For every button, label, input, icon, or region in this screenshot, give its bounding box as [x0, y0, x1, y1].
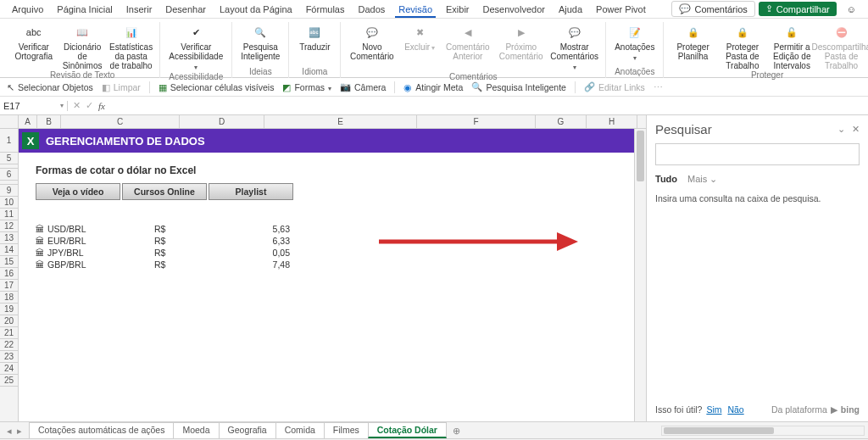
menu-pagina-inicial[interactable]: Página Inicial: [50, 2, 119, 17]
row-header[interactable]: 12: [0, 220, 18, 232]
notes-button[interactable]: 📝Anotações: [613, 22, 656, 63]
comments-button[interactable]: 💬 Comentários: [671, 1, 754, 17]
menu-dados[interactable]: Dados: [351, 2, 392, 17]
currency-symbol-cell[interactable]: R$: [154, 236, 239, 246]
delete-comment-button[interactable]: ✖Excluir: [401, 22, 438, 72]
row-header[interactable]: 18: [0, 292, 18, 304]
goal-seek-button[interactable]: ◉Atingir Meta: [403, 82, 463, 92]
sheet-tab[interactable]: Filmes: [324, 422, 369, 438]
column-header-A[interactable]: A: [19, 115, 37, 128]
search-tab-all[interactable]: Tudo: [655, 174, 677, 185]
sheet-tab[interactable]: Moeda: [173, 422, 219, 438]
protect-workbook-button[interactable]: 🔒Proteger Pasta de Trabalho: [721, 22, 765, 70]
column-header-F[interactable]: F: [417, 115, 536, 128]
row-header[interactable]: 14: [0, 244, 18, 256]
translate-button[interactable]: 🔤Traduzir: [296, 22, 333, 52]
column-header-E[interactable]: E: [264, 115, 417, 128]
row-header[interactable]: 5: [0, 153, 18, 164]
row-header[interactable]: 1: [0, 129, 18, 153]
edit-links-button[interactable]: 🔗Editar Links: [584, 81, 645, 92]
currency-pair-cell[interactable]: 🏛USD/BRL: [36, 224, 154, 234]
row-header[interactable]: 15: [0, 256, 18, 268]
row-header[interactable]: 23: [0, 351, 18, 363]
column-header-G[interactable]: G: [536, 115, 587, 128]
row-header[interactable]: 6: [0, 169, 18, 181]
menu-ajuda[interactable]: Ajuda: [552, 2, 589, 17]
currency-pair-cell[interactable]: 🏛GBP/BRL: [36, 259, 154, 270]
currency-value-cell[interactable]: 5,63: [239, 224, 290, 234]
clear-button[interactable]: ◧Limpar: [102, 82, 141, 92]
row-header[interactable]: 22: [0, 339, 18, 351]
horizontal-scrollbar[interactable]: [661, 426, 865, 436]
currency-symbol-cell[interactable]: R$: [154, 248, 239, 258]
row-header[interactable]: 19: [0, 304, 18, 315]
unshare-workbook-button[interactable]: ⛔Descompartilhar Pasta de Trabalho: [819, 22, 863, 70]
cancel-formula-icon[interactable]: ✕: [73, 100, 81, 111]
workbook-stats-button[interactable]: 📊Estatísticas da pasta de trabalho: [109, 22, 153, 70]
row-header[interactable]: 25: [0, 375, 18, 387]
share-button[interactable]: ⇪ Compartilhar: [759, 2, 837, 16]
camera-button[interactable]: 📷Câmera: [340, 81, 386, 92]
show-comments-button[interactable]: 💬Mostrar Comentários: [550, 22, 598, 72]
smart-lookup-qb-button[interactable]: 🔍Pesquisa Inteligente: [471, 81, 566, 92]
currency-value-cell[interactable]: 6,33: [239, 236, 290, 246]
sheet-tab[interactable]: Cotações automáticas de ações: [29, 422, 174, 438]
row-header[interactable]: 24: [0, 363, 18, 375]
menu-desenvolvedor[interactable]: Desenvolvedor: [476, 2, 552, 17]
menu-exibir[interactable]: Exibir: [439, 2, 476, 17]
column-header-H[interactable]: H: [587, 115, 637, 128]
accept-formula-icon[interactable]: ✓: [86, 100, 93, 111]
menu-arquivo[interactable]: Arquivo: [5, 2, 50, 17]
sheet-tab[interactable]: Cotação Dólar: [368, 422, 447, 438]
thesaurus-button[interactable]: 📖Dicionário de Sinônimos: [60, 22, 103, 70]
add-sheet-button[interactable]: ⊕: [446, 426, 467, 436]
search-input[interactable]: [655, 143, 860, 165]
courses-button[interactable]: Cursos Online: [122, 183, 207, 200]
check-accessibility-button[interactable]: ✔Verificar Acessibilidade: [167, 22, 225, 72]
fx-icon[interactable]: fx: [98, 101, 105, 111]
sheet-tab[interactable]: Comida: [275, 422, 325, 438]
smart-lookup-button[interactable]: 🔍Pesquisa Inteligente: [239, 22, 281, 61]
row-header[interactable]: 9: [0, 185, 18, 197]
menu-layout[interactable]: Layout da Página: [213, 2, 299, 17]
menu-desenhar[interactable]: Desenhar: [159, 2, 213, 17]
currency-value-cell[interactable]: 7,48: [239, 259, 290, 270]
feedback-no-link[interactable]: Não: [727, 404, 743, 415]
shapes-button[interactable]: ◩Formas: [282, 82, 331, 92]
select-visible-cells-button[interactable]: ▦Selecionar células visíveis: [159, 82, 275, 92]
column-header-B[interactable]: B: [37, 115, 61, 128]
row-header[interactable]: 13: [0, 232, 18, 244]
row-header[interactable]: 20: [0, 315, 18, 327]
sheet-tab[interactable]: Geografia: [219, 422, 276, 438]
allow-edit-ranges-button[interactable]: 🔓Permitir a Edição de Intervalos: [770, 22, 814, 70]
currency-pair-cell[interactable]: 🏛EUR/BRL: [36, 236, 154, 246]
column-header-C[interactable]: C: [61, 115, 180, 128]
vertical-scrollbar[interactable]: [634, 129, 646, 421]
video-button[interactable]: Veja o vídeo: [36, 183, 120, 200]
column-header-D[interactable]: D: [180, 115, 264, 128]
currency-pair-cell[interactable]: 🏛JPY/BRL: [36, 248, 154, 258]
currency-value-cell[interactable]: 0,05: [239, 248, 290, 258]
currency-symbol-cell[interactable]: R$: [154, 224, 239, 234]
menu-revisao[interactable]: Revisão: [392, 2, 439, 17]
emoji-button[interactable]: ☺: [840, 3, 863, 16]
next-comment-button[interactable]: ▶Próximo Comentário: [497, 22, 545, 72]
search-tab-more[interactable]: Mais ⌄: [687, 174, 717, 185]
select-objects-button[interactable]: ↖Selecionar Objetos: [7, 82, 93, 92]
chevron-down-icon[interactable]: ⌄: [837, 124, 845, 135]
row-header[interactable]: 16: [0, 268, 18, 280]
menu-formulas[interactable]: Fórmulas: [299, 2, 352, 17]
tab-nav[interactable]: ◂▸: [0, 426, 29, 436]
menu-inserir[interactable]: Inserir: [120, 2, 159, 17]
select-all-corner[interactable]: [0, 115, 19, 128]
playlist-button[interactable]: Playlist: [209, 183, 293, 200]
feedback-yes-link[interactable]: Sim: [706, 404, 721, 415]
protect-sheet-button[interactable]: 🔒Proteger Planilha: [670, 22, 715, 70]
new-comment-button[interactable]: 💬Novo Comentário: [348, 22, 396, 72]
row-header[interactable]: 17: [0, 280, 18, 292]
name-box[interactable]: E17 ▾: [0, 101, 68, 111]
spellcheck-button[interactable]: abcVerificar Ortografia: [12, 22, 55, 70]
prev-comment-button[interactable]: ◀Comentário Anterior: [443, 22, 492, 72]
currency-symbol-cell[interactable]: R$: [154, 259, 239, 270]
edit-links-more[interactable]: ⋯: [654, 82, 663, 92]
